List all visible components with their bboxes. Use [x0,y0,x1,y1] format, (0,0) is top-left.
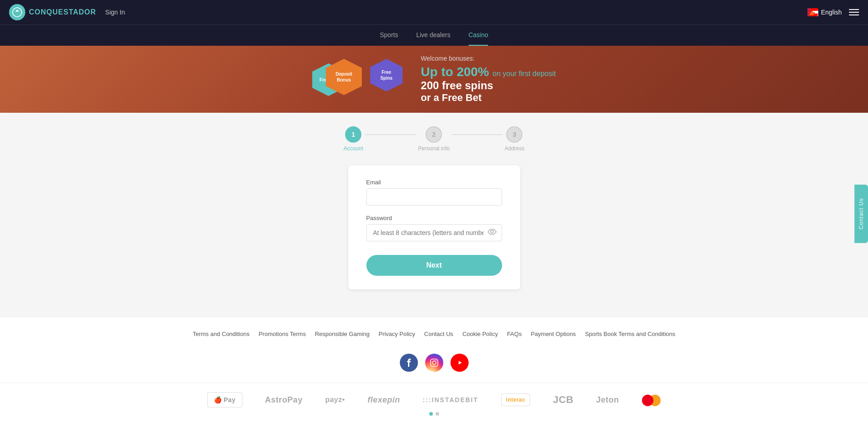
password-wrapper [366,224,502,241]
banner-welcome: Welcome bonuses: [421,55,555,62]
footer-link-cookie[interactable]: Cookie Policy [462,331,498,337]
social-row [0,346,868,383]
email-label: Email [366,179,502,186]
sign-in-button[interactable]: Sign In [105,9,125,16]
registration-form: Email Password Next [348,165,520,289]
svg-rect-2 [431,359,438,366]
svg-point-4 [436,360,436,361]
footer-link-responsible-gaming[interactable]: Responsible Gaming [315,331,370,337]
payment-jcb: JCB [553,394,574,406]
banner-text: Welcome bonuses: Up to 200% on your firs… [421,55,555,104]
footer-link-payment[interactable]: Payment Options [531,331,576,337]
dot-2[interactable] [436,412,439,416]
step-1-label: Account [344,145,363,152]
payment-interac: interac [501,393,531,406]
header-right: 🍁');"> English [807,8,859,16]
payment-mastercard: ⬤⬤ [641,393,661,406]
banner: Deposit Bonus Free Bet Free Spins Welcom… [0,46,868,113]
password-label: Password [366,215,502,221]
svg-point-0 [13,8,22,17]
payment-section: 🍎 Pay AstroPay payz• flexepin :::INSTADE… [0,383,868,427]
payment-astropay: AstroPay [265,395,303,405]
footer-link-promo-terms[interactable]: Promotions Terms [259,331,306,337]
flag-icon: 🍁');"> [807,8,818,16]
payment-jeton: Jeton [596,395,619,405]
logo-icon [9,4,25,20]
step-3-circle: 3 [506,126,522,143]
svg-point-1 [491,230,493,233]
step-1-circle: 1 [345,126,361,143]
banner-offer-line3: or a Free Bet [421,92,555,104]
footer-links: Terms and Conditions Promotions Terms Re… [0,317,868,346]
email-input[interactable] [366,188,502,206]
step-3-label: Address [504,145,524,152]
payment-logos: 🍎 Pay AstroPay payz• flexepin :::INSTADE… [36,392,832,408]
step-line-1 [365,134,416,135]
youtube-icon[interactable] [451,354,469,372]
header: CONQUESTADOR Sign In 🍁');"> English [0,0,868,24]
payment-instadebit: :::INSTADEBIT [423,396,479,403]
payment-payz: payz• [325,396,345,404]
tab-sports[interactable]: Sports [380,25,398,46]
step-2: 2 Personal info [418,126,450,152]
tab-live-dealers[interactable]: Live dealers [416,25,451,46]
footer-link-faqs[interactable]: FAQs [507,331,522,337]
step-2-circle: 2 [426,126,442,143]
payment-flexepin: flexepin [368,395,400,405]
svg-point-3 [432,361,436,365]
banner-offer-line2: 200 free spins [421,79,555,92]
language-selector[interactable]: 🍁');"> English [807,8,842,16]
main-content: 1 Account 2 Personal info 3 Address Emai… [0,113,868,317]
instagram-icon[interactable] [425,354,443,372]
step-2-label: Personal info [418,145,450,152]
registration-steps: 1 Account 2 Personal info 3 Address [344,126,525,152]
footer-link-sports-terms[interactable]: Sports Book Terms and Conditions [585,331,675,337]
show-password-icon[interactable] [488,228,497,237]
banner-badges: Deposit Bonus Free Bet Free Spins [312,57,403,102]
dot-1[interactable] [429,412,433,416]
step-1: 1 Account [344,126,363,152]
free-spins-badge: Free Spins [370,59,403,91]
pagination-dots [36,408,832,420]
banner-offer-line1: Up to 200% on your first deposit [421,65,555,79]
footer-link-contact[interactable]: Contact Us [424,331,453,337]
logo[interactable]: CONQUESTADOR [9,4,96,20]
language-label: English [821,9,842,16]
next-button[interactable]: Next [366,255,502,276]
hamburger-menu[interactable] [849,9,859,15]
footer-link-terms[interactable]: Terms and Conditions [193,331,250,337]
email-group: Email [366,179,502,206]
password-input[interactable] [366,224,502,241]
step-3: 3 Address [504,126,524,152]
step-line-2 [451,134,503,135]
facebook-icon[interactable] [400,354,418,372]
contact-side-button[interactable]: Contact Us [854,184,868,243]
password-group: Password [366,215,502,241]
logo-text: CONQUESTADOR [29,8,96,16]
header-left: CONQUESTADOR Sign In [9,4,125,20]
footer-link-privacy[interactable]: Privacy Policy [379,331,415,337]
nav-tabs: Sports Live dealers Casino [0,24,868,46]
payment-apple-pay: 🍎 Pay [207,392,242,408]
tab-casino[interactable]: Casino [469,25,489,46]
